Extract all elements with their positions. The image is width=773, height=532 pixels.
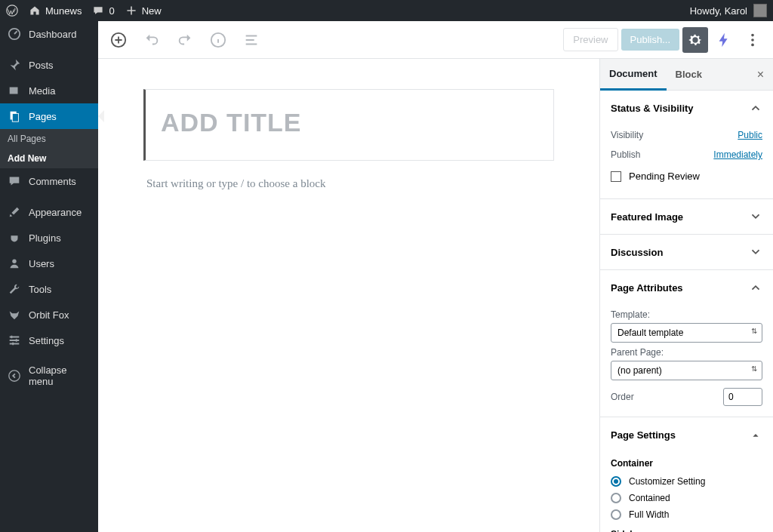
user-icon bbox=[8, 257, 21, 270]
order-label: Order bbox=[611, 392, 634, 402]
container-opt-contained[interactable]: Contained bbox=[611, 490, 762, 506]
pending-label: Pending Review bbox=[629, 171, 700, 182]
jetpack-button[interactable] bbox=[711, 27, 737, 53]
sidebar-submenu: All Pages Add New bbox=[0, 129, 98, 168]
add-block-button[interactable] bbox=[106, 27, 131, 53]
fox-icon bbox=[8, 308, 21, 321]
svg-point-8 bbox=[751, 33, 754, 36]
panel-title: Featured Image bbox=[611, 211, 683, 223]
sidebar-item-media[interactable]: Media bbox=[0, 78, 98, 103]
visibility-value[interactable]: Public bbox=[738, 130, 762, 140]
dashboard-icon bbox=[8, 27, 21, 41]
list-icon bbox=[243, 32, 260, 48]
template-label: Template: bbox=[611, 309, 762, 320]
gear-icon bbox=[687, 32, 704, 48]
settings-panel: Document Block × Status & Visibility Vis… bbox=[599, 59, 773, 532]
settings-toggle-button[interactable] bbox=[682, 27, 708, 53]
panel-page-settings-header[interactable]: Page Settings bbox=[600, 417, 773, 452]
svg-point-10 bbox=[751, 43, 754, 46]
sliders-icon bbox=[8, 334, 21, 347]
parent-label: Parent Page: bbox=[611, 347, 762, 358]
pending-review-checkbox[interactable]: Pending Review bbox=[611, 165, 762, 188]
sidebar-label: Media bbox=[29, 85, 55, 97]
template-select[interactable]: Default template bbox=[611, 323, 762, 343]
svg-point-5 bbox=[9, 371, 20, 381]
container-heading: Container bbox=[611, 458, 762, 469]
sidebar-sub-add-new[interactable]: Add New bbox=[0, 149, 98, 168]
home-icon bbox=[29, 5, 41, 17]
sidebar-label: Comments bbox=[29, 176, 76, 187]
publish-label: Publish bbox=[611, 149, 640, 160]
account-link[interactable]: Howdy, Karol bbox=[690, 4, 767, 17]
container-opt-customizer[interactable]: Customizer Setting bbox=[611, 473, 762, 490]
publish-value[interactable]: Immediately bbox=[713, 149, 762, 160]
sidebar-item-settings[interactable]: Settings bbox=[0, 328, 98, 353]
publish-button[interactable]: Publish... bbox=[621, 29, 679, 51]
pin-icon bbox=[8, 58, 21, 72]
tab-document[interactable]: Document bbox=[600, 59, 667, 91]
redo-icon bbox=[177, 32, 193, 48]
new-link[interactable]: New bbox=[125, 5, 162, 17]
panel-title: Page Settings bbox=[611, 429, 676, 441]
close-settings-button[interactable]: × bbox=[748, 62, 773, 88]
svg-point-4 bbox=[12, 260, 16, 263]
parent-select[interactable]: (no parent) bbox=[611, 361, 762, 380]
sidebar-item-pages[interactable]: Pages bbox=[0, 103, 98, 129]
sidebar-label: Plugins bbox=[29, 232, 61, 244]
svg-rect-3 bbox=[12, 113, 18, 121]
more-menu-button[interactable] bbox=[740, 27, 765, 53]
container-opt-full-width[interactable]: Full Width bbox=[611, 506, 762, 523]
panel-attributes-header[interactable]: Page Attributes bbox=[600, 270, 773, 305]
brush-icon bbox=[8, 205, 21, 219]
order-input[interactable] bbox=[723, 388, 762, 406]
editor-canvas[interactable]: ADD TITLE Start writing or type / to cho… bbox=[98, 59, 599, 532]
sidebar-label: Settings bbox=[29, 335, 64, 346]
radio-icon bbox=[611, 509, 621, 520]
panel-status-header[interactable]: Status & Visibility bbox=[600, 91, 773, 125]
sidebar-item-tools[interactable]: Tools bbox=[0, 276, 98, 302]
plus-icon bbox=[125, 5, 137, 17]
outline-button[interactable] bbox=[239, 27, 264, 53]
sidebar-sub-all-pages[interactable]: All Pages bbox=[0, 129, 98, 149]
info-button[interactable] bbox=[205, 27, 231, 53]
panel-featured-header[interactable]: Featured Image bbox=[600, 199, 773, 234]
sidebar-item-users[interactable]: Users bbox=[0, 251, 98, 276]
sidebar-label: Appearance bbox=[29, 207, 82, 218]
sidebar-label: Collapse menu bbox=[29, 364, 91, 387]
sidebar-item-posts[interactable]: Posts bbox=[0, 52, 98, 78]
preview-button[interactable]: Preview bbox=[563, 28, 617, 51]
sidebar-item-comments[interactable]: Comments bbox=[0, 168, 98, 194]
greeting: Howdy, Karol bbox=[690, 5, 747, 17]
plus-circle-icon bbox=[110, 32, 127, 48]
undo-button[interactable] bbox=[139, 27, 165, 53]
radio-icon bbox=[611, 493, 621, 503]
pages-icon bbox=[8, 109, 21, 123]
wordpress-icon bbox=[6, 5, 18, 17]
panel-title: Page Attributes bbox=[611, 282, 683, 294]
title-block[interactable]: ADD TITLE bbox=[143, 89, 554, 161]
sidebar-label: Dashboard bbox=[29, 29, 77, 40]
panel-title: Discussion bbox=[611, 247, 663, 258]
sidebar-label: Posts bbox=[29, 60, 54, 71]
tab-block[interactable]: Block bbox=[667, 60, 711, 89]
sidebar-item-dashboard[interactable]: Dashboard bbox=[0, 21, 98, 47]
undo-icon bbox=[143, 32, 160, 48]
body-placeholder[interactable]: Start writing or type / to choose a bloc… bbox=[143, 176, 554, 192]
wp-logo[interactable] bbox=[6, 5, 18, 17]
site-name-link[interactable]: Munews bbox=[29, 5, 82, 17]
sidebar-label: Tools bbox=[29, 284, 51, 295]
comments-link[interactable]: 0 bbox=[92, 5, 114, 17]
sidebar-item-orbit-fox[interactable]: Orbit Fox bbox=[0, 302, 98, 328]
chevron-up-icon bbox=[749, 281, 762, 294]
chevron-down-icon bbox=[749, 245, 762, 259]
panel-discussion-header[interactable]: Discussion bbox=[600, 235, 773, 269]
wrench-icon bbox=[8, 282, 21, 296]
sidebar-label: Users bbox=[29, 258, 54, 269]
sidebar-item-appearance[interactable]: Appearance bbox=[0, 199, 98, 225]
redo-button[interactable] bbox=[172, 27, 198, 53]
chevron-up-icon bbox=[749, 101, 762, 115]
comment-count: 0 bbox=[109, 5, 114, 17]
sidebar-item-plugins[interactable]: Plugins bbox=[0, 225, 98, 251]
panel-title: Status & Visibility bbox=[611, 103, 694, 114]
sidebar-item-collapse[interactable]: Collapse menu bbox=[0, 358, 98, 393]
